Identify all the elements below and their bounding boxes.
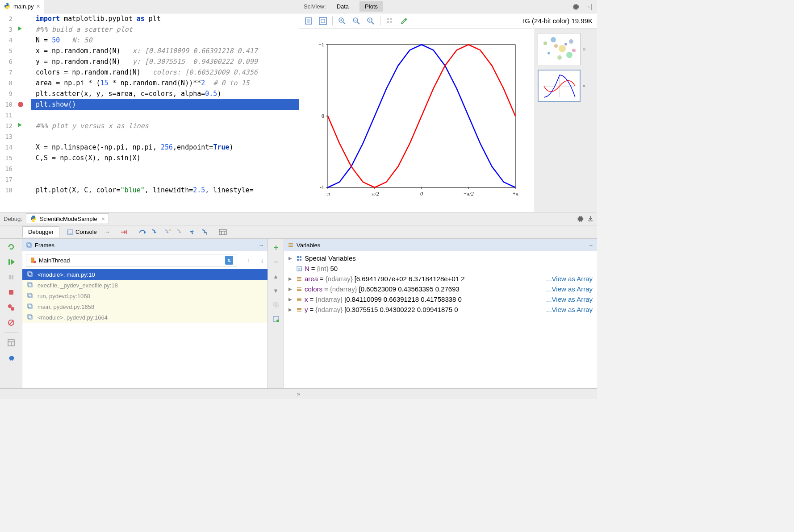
debug-config-tab[interactable]: ScientificModeSample × <box>26 213 109 224</box>
prev-frame-icon[interactable]: ↑ <box>243 255 254 266</box>
tab-data[interactable]: Data <box>331 1 354 12</box>
resume-icon[interactable] <box>6 257 17 267</box>
run-to-cursor-icon[interactable] <box>200 227 210 237</box>
duplicate-watch-icon[interactable] <box>271 299 281 310</box>
variable-row[interactable]: 01N = {int} 50 <box>284 263 597 274</box>
code-line[interactable] <box>31 174 299 185</box>
tab-debugger[interactable]: Debugger <box>22 226 59 237</box>
hide-icon[interactable]: → <box>588 242 593 249</box>
pause-icon[interactable] <box>6 272 17 283</box>
view-breakpoints-icon[interactable] <box>6 302 17 313</box>
svg-rect-108 <box>297 309 301 310</box>
expand-tool-window-icon[interactable]: » <box>0 388 597 399</box>
layout-icon[interactable] <box>6 337 17 348</box>
step-into-icon[interactable] <box>150 227 160 237</box>
svg-text:+π: +π <box>512 191 518 197</box>
chevron-updown-icon[interactable]: ⇅ <box>225 256 233 265</box>
download-icon[interactable] <box>587 216 593 222</box>
grid-icon[interactable] <box>385 16 395 26</box>
plot-main[interactable]: -10+1-π-π/20+π/2+π <box>299 29 535 212</box>
step-into-my-code-icon[interactable] <box>162 227 173 237</box>
down-icon[interactable]: ▼ <box>271 285 281 296</box>
new-watch-icon[interactable] <box>271 242 281 253</box>
variable-row[interactable]: ▶x = {ndarray} [0.84110099 0.66391218 0.… <box>284 294 597 304</box>
code-line[interactable]: #%% plot y versus x as lines <box>31 121 299 131</box>
code-line[interactable]: N = 50 N: 50 <box>31 35 299 46</box>
code-line[interactable] <box>31 163 299 174</box>
code-line[interactable]: plt.plot(X, C, color="blue", linewidth=2… <box>31 185 299 195</box>
next-frame-icon[interactable]: ↓ <box>257 255 267 266</box>
svg-point-1 <box>8 8 8 9</box>
view-as-array-link[interactable]: ...View as Array <box>546 285 593 293</box>
file-tab-main-py[interactable]: main.py × <box>0 0 44 13</box>
debug-toolbar <box>0 239 22 388</box>
zoom-in-icon[interactable] <box>337 16 347 26</box>
color-picker-icon[interactable] <box>399 16 409 26</box>
run-cell-icon[interactable] <box>17 122 24 129</box>
evaluate-expression-icon[interactable] <box>217 227 228 237</box>
more-tabs-icon[interactable]: → <box>104 229 110 235</box>
mute-breakpoints-icon[interactable] <box>6 317 17 328</box>
tab-console[interactable]: Console <box>61 226 103 237</box>
frame-row[interactable]: main, pydevd.py:1658 <box>22 301 267 312</box>
svg-text:0: 0 <box>420 191 423 197</box>
code-line[interactable]: y = np.random.rand(N) y: [0.3075515 0.94… <box>31 56 299 67</box>
svg-rect-104 <box>297 298 301 299</box>
thread-selector[interactable]: MainThread ⇅ <box>26 254 237 266</box>
view-as-array-link[interactable]: ...View as Array <box>546 295 593 303</box>
rerun-icon[interactable] <box>6 241 17 252</box>
variable-row[interactable]: ▶y = {ndarray} [0.3075515 0.94300222 0.0… <box>284 304 597 315</box>
code-line[interactable] <box>31 110 299 121</box>
view-as-array-link[interactable]: ...View as Array <box>546 306 593 313</box>
debug-title: Debug: <box>4 216 22 222</box>
editor-code[interactable]: import matplotlib.pyplot as plt#%% build… <box>31 13 299 212</box>
frame-row[interactable]: run, pydevd.py:1068 <box>22 291 267 301</box>
frame-row[interactable]: <module>, pydevd.py:1664 <box>22 312 267 323</box>
fit-icon[interactable] <box>304 16 313 26</box>
close-icon[interactable]: × <box>102 216 105 222</box>
svg-text:0: 0 <box>322 113 324 119</box>
gear-icon[interactable] <box>572 3 579 10</box>
view-as-array-link[interactable]: ...View as Array <box>546 275 593 283</box>
code-line[interactable]: area = np.pi * (15 * np.random.rand(N))*… <box>31 78 299 88</box>
svg-rect-54 <box>169 229 171 231</box>
settings-icon[interactable] <box>6 353 17 363</box>
variable-icon: 01 <box>296 265 303 272</box>
code-line[interactable]: plt.scatter(x, y, s=area, c=colors, alph… <box>31 88 299 99</box>
actual-size-icon[interactable] <box>318 16 328 26</box>
code-line[interactable]: plt.show() <box>31 99 299 110</box>
code-line[interactable]: #%% build a scatter plot <box>31 24 299 35</box>
tab-plots[interactable]: Plots <box>359 1 383 12</box>
close-icon[interactable]: × <box>582 83 586 89</box>
run-cell-icon[interactable] <box>17 26 24 33</box>
variable-row[interactable]: ▶colors = {ndarray} [0.60523009 0.435633… <box>284 284 597 294</box>
force-step-into-icon[interactable] <box>175 227 185 237</box>
close-icon[interactable]: × <box>582 46 586 53</box>
hide-icon[interactable]: →| <box>585 3 593 10</box>
step-over-icon[interactable] <box>137 227 148 237</box>
code-line[interactable]: import matplotlib.pyplot as plt <box>31 13 299 24</box>
show-watches-icon[interactable] <box>271 314 281 324</box>
close-icon[interactable]: × <box>37 3 40 10</box>
show-execution-point-icon[interactable] <box>119 227 130 237</box>
hide-icon[interactable]: → <box>258 242 264 249</box>
step-out-icon[interactable] <box>187 227 198 237</box>
remove-watch-icon[interactable] <box>271 257 281 267</box>
code-line[interactable]: X = np.linspace(-np.pi, np.pi, 256,endpo… <box>31 142 299 153</box>
code-line[interactable]: C,S = np.cos(X), np.sin(X) <box>31 153 299 163</box>
thumbnail-scatter[interactable] <box>538 33 581 65</box>
up-icon[interactable]: ▲ <box>271 271 281 282</box>
zoom-out-icon[interactable] <box>351 16 361 26</box>
thumbnail-sine[interactable] <box>538 70 581 102</box>
stop-icon[interactable] <box>6 287 17 298</box>
zoom-reset-icon[interactable]: 1:1 <box>366 16 376 26</box>
code-line[interactable]: x = np.random.rand(N) x: [0.84110099 0.6… <box>31 46 299 56</box>
code-line[interactable] <box>31 131 299 142</box>
frame-row[interactable]: execfile, _pydev_execfile.py:18 <box>22 280 267 291</box>
special-variables-row[interactable]: ▶Special Variables <box>284 253 597 263</box>
code-line[interactable]: colors = np.random.rand(N) colors: [0.60… <box>31 67 299 78</box>
variable-row[interactable]: ▶area = {ndarray} [6.69417907e+02 6.3718… <box>284 274 597 284</box>
breakpoint-icon[interactable] <box>18 102 23 107</box>
gear-icon[interactable] <box>577 215 584 222</box>
frame-row[interactable]: <module>, main.py:10 <box>22 269 267 280</box>
